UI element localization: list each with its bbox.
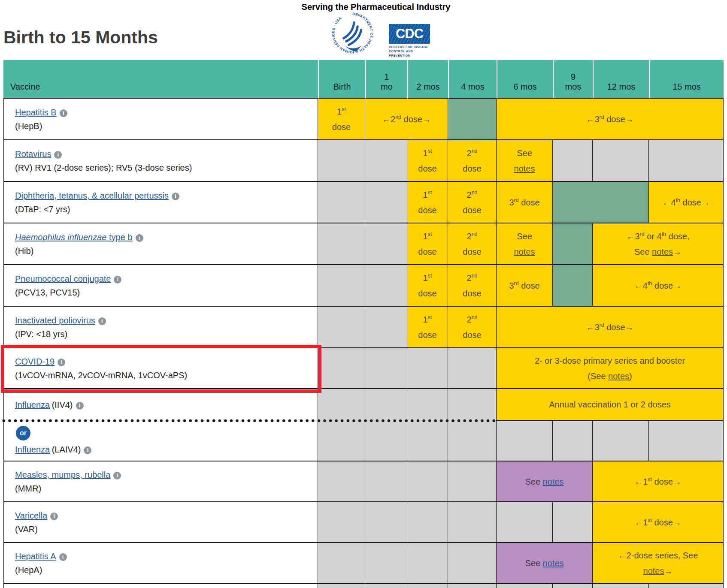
vaccine-link-ipv[interactable]: Inactivated poliovirus <box>15 316 95 325</box>
cell-flu-laiv4-2 <box>407 421 448 461</box>
cell-rotavirus-3: 2nddose <box>448 140 497 182</box>
page-title: Birth to 15 Months <box>3 27 158 48</box>
cell-pcv-1 <box>365 265 407 307</box>
cell-rotavirus-6 <box>593 140 649 182</box>
notes-link[interactable]: notes <box>543 558 564 568</box>
cell-flu-laiv4-1 <box>365 421 407 461</box>
site-tagline: Serving the Pharmaceutical Industry <box>247 2 505 12</box>
cell-flu-laiv4-0 <box>318 421 365 461</box>
cell-mmr-3 <box>448 461 497 502</box>
cell-rotavirus-5 <box>553 140 593 182</box>
column-header-4-mos: 4 mos <box>448 60 497 99</box>
cdc-caption-line1: CENTERS FOR DISEASE <box>389 45 430 49</box>
column-header-15-mos: 15 mos <box>649 60 724 99</box>
cell-pcv-6: ←4th dose→ <box>593 265 724 307</box>
or-dotted-separator <box>0 419 497 423</box>
info-icon[interactable]: i <box>59 553 67 561</box>
table-row-flu-laiv4: orInfluenza (LAIV4)i <box>3 421 724 461</box>
hhs-logo: DEPARTMENT OF HEALTH & HUMAN SERVICES · … <box>330 11 374 55</box>
info-icon[interactable]: i <box>98 317 106 325</box>
cell-hepb-2 <box>448 99 497 140</box>
cell-pcv-3: 2nddose <box>448 265 497 307</box>
header-row: VaccineBirth1mo2 mos4 mos6 mos9mos12 mos… <box>3 60 724 99</box>
info-icon[interactable]: i <box>172 193 179 200</box>
cell-dtap-0 <box>318 182 365 223</box>
info-icon[interactable]: i <box>58 359 65 366</box>
table-row-next-row-clipped <box>3 584 724 588</box>
cell-ipv-3: 2nddose <box>448 307 497 348</box>
notes-link[interactable]: notes <box>514 164 535 173</box>
vaccine-subtitle: (VAR) <box>15 525 313 534</box>
notes-link[interactable]: notes <box>514 247 535 256</box>
vaccine-link-rotavirus[interactable]: Rotavirus <box>15 149 51 159</box>
vaccine-link-hepa[interactable]: Hepatitis A <box>15 552 56 561</box>
cell-covid-4: 2- or 3-dose primary series and booster(… <box>497 348 724 389</box>
info-icon[interactable]: i <box>60 109 67 117</box>
column-header-6-mos: 6 mos <box>497 60 553 99</box>
info-icon[interactable]: i <box>113 472 121 479</box>
cell-flu-iiv4-0 <box>318 389 365 421</box>
cell-hepb-0: 1stdose <box>318 99 365 140</box>
cell-flu-iiv4-3 <box>448 389 497 421</box>
cdc-caption-line2: CONTROL AND PREVENTION <box>389 49 430 58</box>
cell-dtap-1 <box>365 182 407 223</box>
cdc-logo: CDC CENTERS FOR DISEASE CONTROL AND PREV… <box>389 24 430 58</box>
vaccine-link-varicella[interactable]: Varicella <box>15 511 47 520</box>
cell-ipv-2: 1stdose <box>407 307 448 348</box>
cell-rotavirus-7 <box>649 140 724 182</box>
table-row-mmr: Measles, mumps, rubellai(MMR)See notes←1… <box>3 461 724 502</box>
table-row-hib: Haemophilus influenzae type bi(Hib)1stdo… <box>3 223 724 265</box>
notes-link[interactable]: notes <box>543 477 564 486</box>
cell-flu-iiv4-1 <box>365 389 407 421</box>
cell-mmr-4: See notes <box>497 461 593 502</box>
cell-flu-laiv4-4 <box>497 421 553 461</box>
cell-dtap-4: 3rd dose <box>497 182 553 223</box>
vaccine-link-pcv[interactable]: Pneumococcal conjugate <box>15 274 111 283</box>
column-header-vaccine: Vaccine <box>3 60 318 99</box>
vaccine-link-hepb[interactable]: Hepatitis B <box>15 108 57 117</box>
vaccine-link-flu-laiv4[interactable]: Influenza <box>15 445 50 454</box>
vaccine-link-mmr[interactable]: Measles, mumps, rubella <box>15 470 110 479</box>
cell-next-row-clipped-6 <box>593 584 649 588</box>
cell-varicella-3 <box>448 502 497 543</box>
cell-hepa-3 <box>448 543 497 584</box>
cell-dtap-2: 1stdose <box>407 182 448 223</box>
cell-next-row-clipped-5 <box>553 584 593 588</box>
info-icon[interactable]: i <box>50 513 58 520</box>
cell-varicella-1 <box>365 502 407 543</box>
cell-mmr-1 <box>365 461 407 502</box>
vaccine-link-covid[interactable]: COVID-19 <box>15 357 55 366</box>
info-icon[interactable]: i <box>76 402 84 410</box>
vaccine-suffix: (LAIV4) <box>52 445 81 454</box>
vaccine-subtitle: (Hib) <box>15 246 313 256</box>
vaccine-subtitle: (HepB) <box>15 121 313 131</box>
info-icon[interactable]: i <box>84 446 91 454</box>
vaccine-subtitle: (DTaP: <7 yrs) <box>15 205 313 214</box>
cell-mmr-5: ←1st dose→ <box>593 461 724 502</box>
vaccine-link-flu-iiv4[interactable]: Influenza <box>15 400 50 410</box>
column-header-12-mos: 12 mos <box>593 60 649 99</box>
notes-link[interactable]: notes <box>652 247 673 256</box>
info-icon[interactable]: i <box>54 151 62 159</box>
vaccine-link-hib[interactable]: Haemophilus influenzae type b <box>15 232 133 242</box>
table-row-flu-iiv4: Influenza (IIV4)iAnnual vaccination 1 or… <box>3 389 724 421</box>
cell-pcv-2: 1stdose <box>407 265 448 307</box>
cell-rotavirus-1 <box>365 140 407 182</box>
vaccine-link-dtap[interactable]: Diphtheria, tetanus, & acellular pertuss… <box>15 191 169 200</box>
notes-link[interactable]: notes <box>608 371 629 381</box>
table-row-varicella: Varicellai(VAR)←1st dose→ <box>3 502 724 543</box>
cell-next-row-clipped-0 <box>318 584 365 588</box>
cell-mmr-0 <box>318 461 365 502</box>
cell-covid-3 <box>448 348 497 389</box>
info-icon[interactable]: i <box>114 276 121 283</box>
vaccine-cell-hib: Haemophilus influenzae type bi(Hib) <box>3 223 318 265</box>
cell-varicella-6: ←1st dose→ <box>593 502 724 543</box>
cell-hepa-2 <box>407 543 448 584</box>
info-icon[interactable]: i <box>136 234 143 242</box>
cell-next-row-clipped-3 <box>448 584 497 588</box>
notes-link[interactable]: notes <box>643 566 664 576</box>
cdc-schedule-page: Serving the Pharmaceutical Industry Birt… <box>0 0 727 588</box>
cell-hib-3: 2nddose <box>448 223 497 265</box>
or-badge: or <box>16 426 30 440</box>
vaccine-cell-hepa: Hepatitis Ai(HepA) <box>3 543 318 584</box>
